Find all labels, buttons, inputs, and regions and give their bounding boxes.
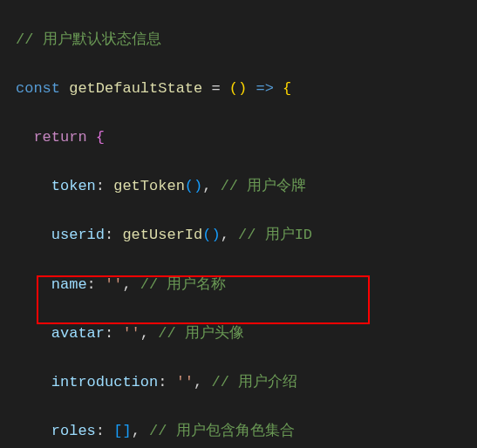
operator: = (202, 80, 229, 97)
code-line: roles: [], // 用户包含角色集合 (16, 419, 477, 444)
code-line: const getDefaultState = () => { (16, 77, 477, 101)
comment: // 用户名称 (140, 276, 227, 293)
prop: token (51, 178, 96, 194)
comment: // 用户默认状态信息 (16, 31, 161, 48)
brace: { (96, 129, 105, 146)
code-line: avatar: '', // 用户头像 (16, 322, 477, 346)
code-line: // 用户默认状态信息 (16, 28, 477, 52)
code-line: userid: getUserId(), // 用户ID (16, 223, 477, 248)
brace: { (283, 80, 291, 97)
prop: name (51, 276, 87, 293)
comment: // 用户头像 (158, 325, 244, 342)
code-line: return { (16, 126, 477, 150)
string: '' (176, 374, 194, 390)
prop: avatar (51, 325, 105, 342)
arrow: => (247, 80, 283, 97)
code-line: name: '', // 用户名称 (16, 273, 477, 297)
code-line: token: getToken(), // 用户令牌 (16, 174, 477, 199)
comment: // 用户令牌 (221, 178, 307, 194)
function-name: getDefaultState (69, 80, 202, 97)
prop: roles (51, 423, 96, 439)
keyword-const: const (16, 80, 60, 97)
prop: userid (51, 227, 105, 243)
code-line: introduction: '', // 用户介绍 (16, 370, 477, 395)
keyword-return: return (33, 129, 86, 146)
string: '' (105, 276, 122, 293)
paren: () (229, 80, 247, 97)
call: getUserId (122, 227, 202, 243)
string: '' (122, 325, 140, 342)
prop: introduction (51, 374, 158, 390)
call: getToken (113, 178, 185, 194)
comment: // 用户包含角色集合 (149, 423, 295, 439)
comment: // 用户ID (238, 227, 312, 243)
comment: // 用户介绍 (211, 374, 297, 390)
code-editor[interactable]: // 用户默认状态信息 const getDefaultState = () =… (0, 3, 477, 448)
